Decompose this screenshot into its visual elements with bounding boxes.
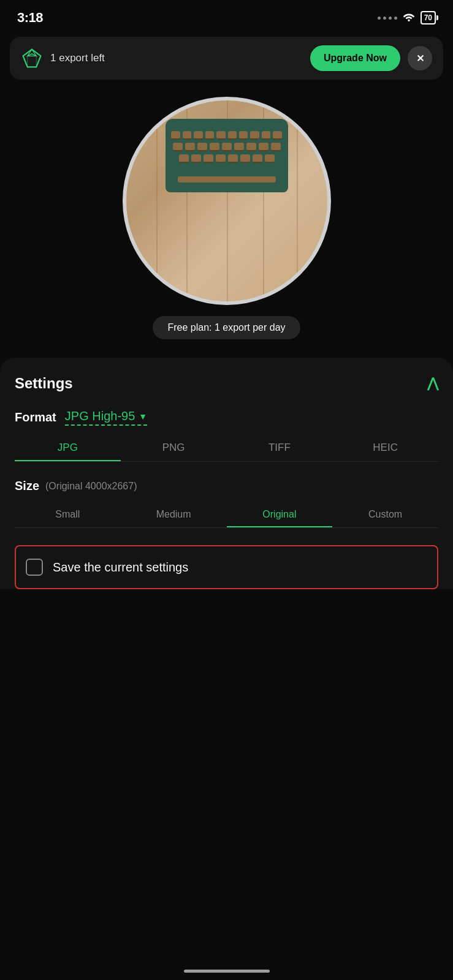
wifi-icon xyxy=(402,12,416,24)
save-settings-row[interactable]: Save the current settings xyxy=(15,545,438,589)
format-row: Format JPG High-95 ▼ xyxy=(15,409,438,426)
tab-jpg[interactable]: JPG xyxy=(15,435,121,461)
format-tab-row: JPG PNG TIFF HEIC xyxy=(15,435,438,462)
home-indicator xyxy=(184,970,270,973)
tab-small[interactable]: Small xyxy=(15,503,121,527)
tab-original[interactable]: Original xyxy=(227,503,333,527)
upgrade-button[interactable]: Upgrade Now xyxy=(310,45,400,71)
battery-icon: 70 xyxy=(421,11,436,24)
size-sub: (Original 4000x2667) xyxy=(45,481,137,492)
status-icons: 70 xyxy=(378,11,436,24)
settings-header: Settings ⋀ xyxy=(15,375,438,392)
size-label: Size xyxy=(15,479,39,493)
tab-png[interactable]: PNG xyxy=(121,435,227,461)
tab-heic[interactable]: HEIC xyxy=(332,435,438,461)
save-settings-checkbox[interactable] xyxy=(26,559,43,576)
save-settings-label: Save the current settings xyxy=(53,560,188,575)
size-row: Size (Original 4000x2667) xyxy=(15,479,438,493)
format-label: Format xyxy=(15,410,56,424)
export-banner: 1 export left Upgrade Now ✕ xyxy=(10,37,443,80)
svg-marker-0 xyxy=(23,50,41,67)
size-tab-row: Small Medium Original Custom xyxy=(15,503,438,528)
chevron-up-icon[interactable]: ⋀ xyxy=(427,375,438,391)
format-value: JPG High-95 xyxy=(65,409,135,423)
diamond-icon xyxy=(21,47,43,69)
settings-panel: Settings ⋀ Format JPG High-95 ▼ JPG PNG … xyxy=(0,358,453,589)
battery-level: 70 xyxy=(424,13,432,22)
status-time: 3:18 xyxy=(17,10,43,26)
settings-title: Settings xyxy=(15,375,73,392)
status-bar: 3:18 70 xyxy=(0,0,453,32)
export-count-text: 1 export left xyxy=(50,52,303,64)
tab-tiff[interactable]: TIFF xyxy=(227,435,333,461)
image-area: Free plan: 1 export per day xyxy=(0,85,453,345)
preview-image xyxy=(123,97,331,305)
chevron-down-icon: ▼ xyxy=(139,412,147,421)
format-dropdown[interactable]: JPG High-95 ▼ xyxy=(65,409,147,426)
free-plan-badge: Free plan: 1 export per day xyxy=(153,316,300,339)
tab-medium[interactable]: Medium xyxy=(121,503,227,527)
close-button[interactable]: ✕ xyxy=(408,46,432,70)
tab-custom[interactable]: Custom xyxy=(332,503,438,527)
signal-icon xyxy=(378,17,397,20)
svg-marker-1 xyxy=(28,50,36,56)
